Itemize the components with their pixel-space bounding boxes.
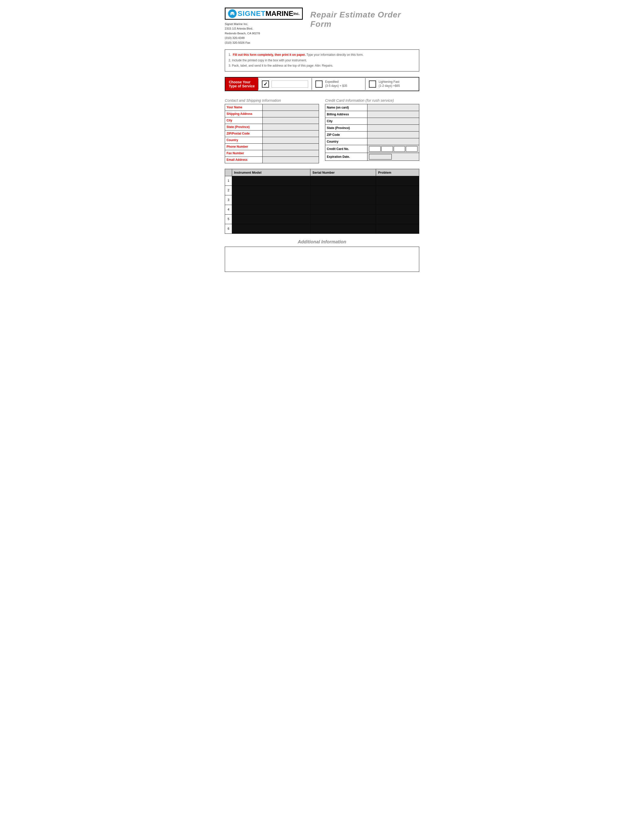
contact-table: Your Name Shipping Address City State (P… bbox=[225, 104, 319, 163]
form-title-area: Repair Estimate Order Form bbox=[311, 8, 419, 29]
contact-row-zip-postal: ZIP/Postal Code bbox=[225, 130, 319, 137]
instrument-problem-6[interactable] bbox=[376, 224, 419, 233]
service-checkbox-lightning[interactable] bbox=[369, 80, 376, 88]
logo-inc: Inc. bbox=[293, 11, 299, 16]
instrument-model-6[interactable] bbox=[232, 224, 311, 233]
instrument-serial-1[interactable] bbox=[311, 176, 376, 185]
instrument-row-2: 2 bbox=[225, 185, 419, 195]
instrument-serial-6[interactable] bbox=[311, 224, 376, 233]
instruction-line3: 3. Pack, label, and send it to the addre… bbox=[229, 63, 415, 69]
cc-input-cc-country[interactable] bbox=[367, 138, 419, 145]
logo-signet: SIGNET bbox=[238, 10, 266, 18]
service-label: Choose Your Type of Service bbox=[225, 77, 258, 91]
contact-row-your-name: Your Name bbox=[225, 104, 319, 111]
additional-box[interactable] bbox=[225, 247, 419, 272]
instrument-problem-4[interactable] bbox=[376, 205, 419, 214]
instrument-row-3: 3 bbox=[225, 195, 419, 205]
cc-row-cc-number: Credit Card No. bbox=[325, 145, 419, 153]
service-section: Choose Your Type of Service ✓ Expedited(… bbox=[225, 77, 419, 91]
contact-input-country[interactable] bbox=[262, 137, 319, 143]
instrument-th-serial: Serial Number bbox=[311, 169, 376, 176]
service-option-expedited[interactable]: Expedited(3-5 days) + $35 bbox=[312, 78, 365, 90]
cc-section-title: Credit Card Information (for rush servic… bbox=[325, 98, 419, 103]
instrument-model-1[interactable] bbox=[232, 176, 311, 185]
service-checkbox-expedited[interactable] bbox=[316, 80, 322, 88]
contact-label-email-address: Email Address bbox=[225, 156, 262, 163]
instrument-row-num-1: 1 bbox=[225, 176, 232, 185]
logo-area: SIGNETMARINEInc. Signet Marine Inc. 2315… bbox=[225, 8, 303, 45]
instructions-box: 1. Fill out this form completely, then p… bbox=[225, 50, 419, 71]
contact-input-state-province[interactable] bbox=[262, 124, 319, 130]
company-phone: (310) 320-4348 bbox=[225, 35, 303, 40]
instrument-model-3[interactable] bbox=[232, 195, 311, 205]
cc-input-cc-name[interactable] bbox=[367, 104, 419, 111]
instrument-serial-5[interactable] bbox=[311, 214, 376, 224]
instrument-serial-3[interactable] bbox=[311, 195, 376, 205]
instrument-problem-2[interactable] bbox=[376, 185, 419, 195]
company-fax: (310) 320-5026 Fax bbox=[225, 40, 303, 45]
cc-section: Credit Card Information (for rush servic… bbox=[325, 98, 419, 163]
service-checkbox-standard[interactable]: ✓ bbox=[262, 80, 269, 88]
service-label-line1: Choose Your bbox=[229, 80, 254, 84]
instrument-row-5: 5 bbox=[225, 214, 419, 224]
logo-marine: MARINE bbox=[266, 10, 293, 18]
contact-row-state-province: State (Province) bbox=[225, 124, 319, 130]
instrument-row-4: 4 bbox=[225, 205, 419, 214]
contact-input-shipping-address[interactable] bbox=[262, 111, 319, 117]
service-options: ✓ Expedited(3-5 days) + $35 Lightening F… bbox=[258, 77, 419, 91]
instrument-th-model: Instrument Model bbox=[232, 169, 311, 176]
contact-input-city[interactable] bbox=[262, 117, 319, 124]
cc-input-cc-exp[interactable] bbox=[367, 153, 419, 161]
cc-input-cc-city[interactable] bbox=[367, 117, 419, 124]
instrument-serial-4[interactable] bbox=[311, 205, 376, 214]
instrument-serial-2[interactable] bbox=[311, 185, 376, 195]
cc-label-cc-name: Name (on card) bbox=[325, 104, 367, 111]
contact-row-email-address: Email Address bbox=[225, 156, 319, 163]
service-standard-text[interactable] bbox=[272, 80, 308, 88]
instrument-table: Instrument Model Serial Number Problem 1… bbox=[225, 169, 419, 234]
cc-row-cc-state: State (Province) bbox=[325, 124, 419, 131]
cc-row-cc-city: City bbox=[325, 117, 419, 124]
instrument-problem-1[interactable] bbox=[376, 176, 419, 185]
instrument-row-num-5: 5 bbox=[225, 214, 232, 224]
company-address1: 2315 1/2 Artesia Blvd. bbox=[225, 26, 303, 31]
cc-label-cc-zip: ZIP Code bbox=[325, 131, 367, 138]
contact-input-fax-number[interactable] bbox=[262, 150, 319, 156]
logo-icon bbox=[228, 9, 237, 18]
company-info: Signet Marine Inc. 2315 1/2 Artesia Blvd… bbox=[225, 22, 303, 45]
company-name: Signet Marine Inc. bbox=[225, 22, 303, 26]
contact-label-phone-number: Phone Number bbox=[225, 143, 262, 150]
instrument-row-num-2: 2 bbox=[225, 185, 232, 195]
contact-input-your-name[interactable] bbox=[262, 104, 319, 111]
additional-section: Additional Information bbox=[225, 239, 419, 272]
contact-row-city: City bbox=[225, 117, 319, 124]
contact-label-zip-postal: ZIP/Postal Code bbox=[225, 130, 262, 137]
cc-row-cc-name: Name (on card) bbox=[325, 104, 419, 111]
instruction-line1: 1. Fill out this form completely, then p… bbox=[229, 52, 415, 58]
instrument-model-2[interactable] bbox=[232, 185, 311, 195]
cc-row-cc-billing: Billing Address bbox=[325, 111, 419, 117]
cc-table: Name (on card) Billing Address City Stat… bbox=[325, 104, 419, 161]
instrument-model-4[interactable] bbox=[232, 205, 311, 214]
contact-label-your-name: Your Name bbox=[225, 104, 262, 111]
instrument-problem-5[interactable] bbox=[376, 214, 419, 224]
instruction-line2: 2. Include the printed copy in the box w… bbox=[229, 58, 415, 63]
contact-row-fax-number: Fax Number bbox=[225, 150, 319, 156]
contact-input-phone-number[interactable] bbox=[262, 143, 319, 150]
contact-input-email-address[interactable] bbox=[262, 156, 319, 163]
instrument-problem-3[interactable] bbox=[376, 195, 419, 205]
service-option-lightning[interactable]: Lightening Fast(1-2 days) +$65 bbox=[365, 78, 419, 90]
logo-box: SIGNETMARINEInc. bbox=[225, 8, 303, 20]
cc-row-cc-exp: Expiration Date. bbox=[325, 153, 419, 161]
cc-input-cc-state[interactable] bbox=[367, 124, 419, 131]
instrument-row-num-3: 3 bbox=[225, 195, 232, 205]
contact-row-country: Country bbox=[225, 137, 319, 143]
instrument-model-5[interactable] bbox=[232, 214, 311, 224]
contact-input-zip-postal[interactable] bbox=[262, 130, 319, 137]
cc-input-cc-zip[interactable] bbox=[367, 131, 419, 138]
service-option-standard[interactable]: ✓ bbox=[258, 79, 312, 90]
instrument-row-6: 6 bbox=[225, 224, 419, 233]
instrument-row-1: 1 bbox=[225, 176, 419, 185]
cc-input-cc-billing[interactable] bbox=[367, 111, 419, 117]
cc-input-cc-number[interactable] bbox=[367, 145, 419, 153]
